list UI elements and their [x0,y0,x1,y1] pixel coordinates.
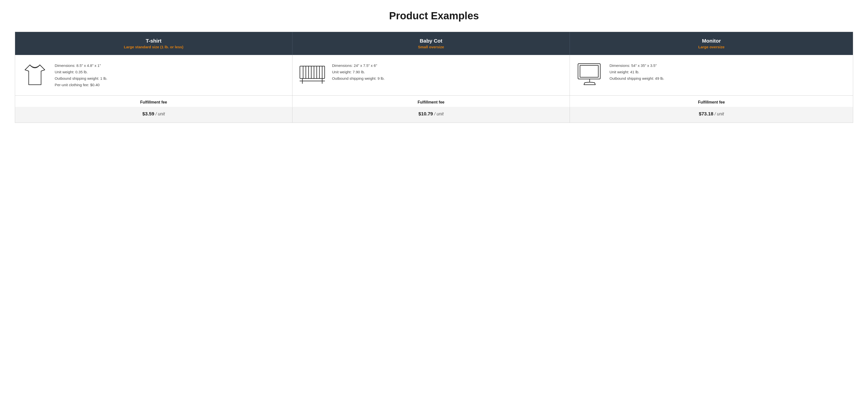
header-monitor-name: Monitor [575,38,848,44]
babycot-cell-content: Dimensions: 24" x 7.5" x 6" Unit weight:… [298,62,565,85]
header-monitor-size: Large oversize [575,45,848,49]
header-babycot-name: Baby Cot [298,38,565,44]
tshirt-fee-unit: / unit [155,111,165,116]
tshirt-dimensions: Dimensions: 8.5" x 4.8" x 1" [55,62,107,69]
header-babycot-size: Small oversize [298,45,565,49]
product-examples-table: T-shirt Large standard size (1 lb. or le… [15,32,853,123]
tshirt-details-cell: Dimensions: 8.5" x 4.8" x 1" Unit weight… [15,55,292,95]
tshirt-unit-weight: Unit weight: 0.35 lb. [55,69,107,75]
monitor-fee-value: $73.18 / unit [699,111,724,116]
monitor-fee-amount: $73.18 [699,111,713,116]
tshirt-extra-fee: Per-unit clothing fee: $0.40 [55,82,107,88]
fee-value-row: $3.59 / unit $10.79 / unit $73.18 / unit [15,107,853,123]
monitor-dimensions: Dimensions: 54" x 35" x 3.5" [610,62,664,69]
table-header-row: T-shirt Large standard size (1 lb. or le… [15,32,853,55]
tshirt-icon [20,62,50,87]
svg-rect-13 [580,65,598,77]
tshirt-details: Dimensions: 8.5" x 4.8" x 1" Unit weight… [55,62,107,88]
monitor-unit-weight: Unit weight: 41 lb. [610,69,664,75]
babycot-outbound-shipping: Outbound shipping weight: 9 lb. [332,75,385,82]
babycot-icon [298,62,327,85]
monitor-details-cell: Dimensions: 54" x 35" x 3.5" Unit weight… [570,55,853,95]
babycot-fee-unit: / unit [434,111,444,116]
monitor-icon [575,62,604,87]
monitor-details: Dimensions: 54" x 35" x 3.5" Unit weight… [610,62,664,82]
svg-rect-0 [300,66,324,79]
header-monitor: Monitor Large oversize [570,32,853,55]
header-babycot: Baby Cot Small oversize [292,32,570,55]
fee-label-row: Fulfillment fee Fulfillment fee Fulfillm… [15,95,853,107]
tshirt-cell-content: Dimensions: 8.5" x 4.8" x 1" Unit weight… [20,62,287,88]
tshirt-fee-value-cell: $3.59 / unit [15,107,292,123]
page-title: Product Examples [15,10,853,22]
monitor-fee-value-cell: $73.18 / unit [570,107,853,123]
monitor-outbound-shipping: Outbound shipping weight: 49 lb. [610,75,664,82]
header-tshirt-size: Large standard size (1 lb. or less) [20,45,287,49]
details-row: Dimensions: 8.5" x 4.8" x 1" Unit weight… [15,55,853,95]
tshirt-fee-amount: $3.59 [142,111,154,116]
monitor-cell-content: Dimensions: 54" x 35" x 3.5" Unit weight… [575,62,848,87]
babycot-fee-value: $10.79 / unit [418,111,444,116]
babycot-details: Dimensions: 24" x 7.5" x 6" Unit weight:… [332,62,385,82]
tshirt-fee-value: $3.59 / unit [142,111,165,116]
babycot-unit-weight: Unit weight: 7.90 lb. [332,69,385,75]
babycot-fee-amount: $10.79 [418,111,433,116]
babycot-fee-value-cell: $10.79 / unit [292,107,570,123]
tshirt-fee-label: Fulfillment fee [15,95,292,107]
monitor-fee-unit: / unit [715,111,724,116]
header-tshirt-name: T-shirt [20,38,287,44]
monitor-fee-label: Fulfillment fee [570,95,853,107]
tshirt-outbound-shipping: Outbound shipping weight: 1 lb. [55,75,107,82]
babycot-dimensions: Dimensions: 24" x 7.5" x 6" [332,62,385,69]
babycot-fee-label: Fulfillment fee [292,95,570,107]
babycot-details-cell: Dimensions: 24" x 7.5" x 6" Unit weight:… [292,55,570,95]
header-tshirt: T-shirt Large standard size (1 lb. or le… [15,32,292,55]
